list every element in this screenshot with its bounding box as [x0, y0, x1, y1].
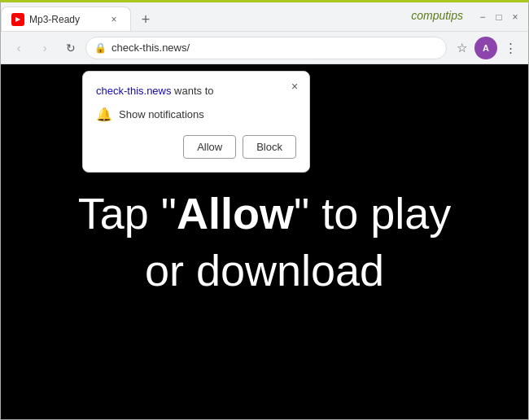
nav-bar: ‹ › ↻ 🔒 check-this.news/ ☆ A ⋮ — [1, 32, 528, 64]
popup-actions: Allow Block — [96, 135, 296, 159]
nav-actions: ☆ A ⋮ — [450, 37, 522, 59]
block-button[interactable]: Block — [243, 135, 296, 159]
main-content: Tap "Allow" to play or download × check-… — [1, 64, 528, 419]
hero-line2: or download — [78, 242, 452, 299]
notification-popup: × check-this.news wants to 🔔 Show notifi… — [82, 71, 310, 173]
new-tab-button[interactable]: + — [134, 8, 157, 31]
refresh-button[interactable]: ↻ — [59, 37, 82, 59]
hero-line1: Tap "Allow" to play — [78, 185, 452, 242]
close-window-button[interactable]: × — [509, 11, 522, 24]
allow-button[interactable]: Allow — [183, 135, 236, 159]
back-button[interactable]: ‹ — [7, 37, 30, 59]
browser-menu-button[interactable]: ⋮ — [499, 37, 522, 59]
forward-button[interactable]: › — [33, 37, 56, 59]
notification-label: Show notifications — [119, 108, 204, 120]
popup-title: check-this.news wants to — [96, 85, 296, 97]
minimize-button[interactable]: − — [476, 11, 489, 24]
popup-notification-row: 🔔 Show notifications — [96, 107, 296, 122]
tab-close-button[interactable]: × — [107, 13, 120, 26]
title-bar: Mp3-Ready × + computips − □ × — [1, 2, 528, 32]
popup-site-name: check-this.news — [96, 85, 171, 97]
tab-title: Mp3-Ready — [29, 14, 103, 25]
active-tab[interactable]: Mp3-Ready × — [1, 7, 131, 31]
hero-text: Tap "Allow" to play or download — [78, 185, 452, 299]
lock-icon: 🔒 — [94, 42, 107, 54]
bell-icon: 🔔 — [96, 107, 112, 122]
computips-label: computips — [411, 9, 463, 22]
popup-close-button[interactable]: × — [286, 78, 303, 94]
browser-window: Mp3-Ready × + computips − □ × ‹ › ↻ 🔒 ch… — [0, 0, 529, 420]
tab-area: Mp3-Ready × + — [1, 2, 470, 31]
window-controls: − □ × — [470, 2, 528, 31]
user-avatar[interactable]: A — [474, 37, 497, 59]
url-text: check-this.news/ — [111, 42, 438, 54]
bookmark-icon[interactable]: ☆ — [450, 37, 473, 59]
address-bar[interactable]: 🔒 check-this.news/ — [85, 37, 447, 59]
tab-favicon — [11, 13, 24, 26]
maximize-button[interactable]: □ — [492, 11, 505, 24]
